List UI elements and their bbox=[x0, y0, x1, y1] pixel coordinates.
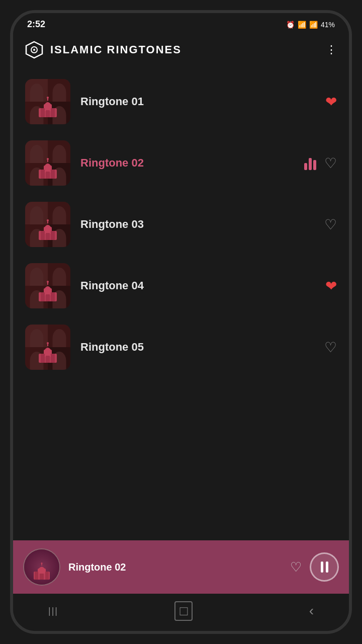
svg-rect-35 bbox=[46, 356, 50, 363]
svg-point-30 bbox=[47, 281, 49, 283]
svg-rect-13 bbox=[51, 170, 55, 179]
more-menu-button[interactable]: ⋮ bbox=[326, 43, 337, 56]
mosque-icon-4 bbox=[35, 278, 61, 304]
svg-rect-28 bbox=[46, 294, 50, 301]
svg-rect-7 bbox=[46, 110, 50, 117]
ringtone-thumbnail-4 bbox=[25, 263, 70, 308]
ringtone-thumbnail-1 bbox=[25, 79, 70, 124]
ringtone-item-2[interactable]: Ringtone 02 ♡ bbox=[13, 132, 349, 194]
ringtone-item-1[interactable]: Ringtone 01 ❤ bbox=[13, 71, 349, 132]
svg-point-44 bbox=[41, 562, 43, 564]
status-time: 2:52 bbox=[27, 19, 45, 30]
favorite-button-5[interactable]: ♡ bbox=[324, 339, 337, 356]
svg-point-23 bbox=[47, 219, 49, 221]
svg-rect-19 bbox=[41, 231, 45, 240]
ringtone-actions-3: ♡ bbox=[324, 216, 337, 233]
favorite-button-3[interactable]: ♡ bbox=[324, 216, 337, 233]
nav-home-button[interactable]: □ bbox=[174, 601, 193, 621]
svg-rect-12 bbox=[41, 170, 45, 179]
ringtone-actions-4: ❤ bbox=[325, 278, 337, 294]
svg-rect-42 bbox=[40, 574, 44, 580]
svg-rect-33 bbox=[41, 354, 45, 363]
svg-rect-25 bbox=[44, 288, 52, 295]
svg-rect-5 bbox=[41, 108, 45, 117]
ringtone-thumbnail-2 bbox=[25, 140, 70, 186]
ringtone-name-3: Ringtone 03 bbox=[80, 218, 324, 231]
status-bar: 2:52 ⏰ 📶 📶 41% bbox=[13, 13, 349, 34]
svg-rect-21 bbox=[46, 233, 50, 240]
ringtone-name-4: Ringtone 04 bbox=[80, 279, 325, 292]
now-playing-avatar bbox=[23, 548, 60, 586]
favorite-button-4[interactable]: ❤ bbox=[325, 278, 337, 294]
ringtone-list: Ringtone 01 ❤ bbox=[13, 66, 349, 540]
ringtone-actions-2: ♡ bbox=[304, 155, 337, 172]
pause-icon bbox=[321, 561, 328, 573]
phone-frame: 2:52 ⏰ 📶 📶 41% ISLAMIC RINGTONES ⋮ bbox=[10, 10, 352, 634]
svg-point-37 bbox=[47, 342, 49, 344]
now-playing-mosque-icon bbox=[32, 561, 52, 582]
bottom-navigation: ||| □ ‹ bbox=[13, 594, 349, 631]
svg-point-9 bbox=[47, 97, 49, 99]
ringtone-item-5[interactable]: Ringtone 05 ♡ bbox=[13, 316, 349, 378]
ringtone-item-4[interactable]: Ringtone 04 ❤ bbox=[13, 255, 349, 316]
ringtone-name-2: Ringtone 02 bbox=[80, 156, 304, 170]
app-title: ISLAMIC RINGTONES bbox=[50, 43, 182, 56]
bar-2 bbox=[309, 158, 312, 170]
ringtone-actions-1: ❤ bbox=[325, 94, 337, 110]
pause-button[interactable] bbox=[310, 552, 339, 582]
svg-rect-34 bbox=[51, 354, 55, 363]
app-header: ISLAMIC RINGTONES ⋮ bbox=[13, 34, 349, 66]
ringtone-item-3[interactable]: Ringtone 03 ♡ bbox=[13, 194, 349, 255]
playing-bars bbox=[304, 156, 316, 170]
mosque-icon-1 bbox=[35, 94, 61, 120]
mosque-icon-2 bbox=[35, 155, 61, 182]
now-playing-favorite-button[interactable]: ♡ bbox=[290, 559, 302, 575]
favorite-button-1[interactable]: ❤ bbox=[325, 94, 337, 110]
svg-rect-20 bbox=[51, 231, 55, 240]
svg-rect-18 bbox=[44, 227, 52, 234]
ringtone-thumbnail-5 bbox=[25, 325, 70, 370]
svg-rect-4 bbox=[44, 104, 52, 111]
svg-rect-27 bbox=[51, 292, 55, 301]
ringtone-name-1: Ringtone 01 bbox=[80, 95, 325, 108]
bar-1 bbox=[304, 163, 307, 170]
svg-rect-26 bbox=[41, 292, 45, 301]
svg-rect-11 bbox=[44, 166, 52, 173]
svg-point-16 bbox=[47, 158, 49, 160]
svg-rect-41 bbox=[45, 572, 49, 580]
mosque-icon-3 bbox=[35, 217, 61, 243]
favorite-button-2[interactable]: ♡ bbox=[324, 155, 337, 172]
signal-icon: 📶 bbox=[309, 21, 318, 29]
ringtone-name-5: Ringtone 05 bbox=[80, 341, 324, 354]
header-left: ISLAMIC RINGTONES bbox=[25, 41, 182, 59]
now-playing-bar: Ringtone 02 ♡ bbox=[13, 540, 349, 594]
nav-back-button[interactable]: ‹ bbox=[304, 601, 319, 621]
ringtone-actions-5: ♡ bbox=[324, 339, 337, 356]
svg-rect-14 bbox=[46, 172, 50, 179]
ringtone-thumbnail-3 bbox=[25, 202, 70, 247]
battery-text: 41% bbox=[321, 21, 335, 29]
svg-rect-32 bbox=[44, 350, 52, 357]
mosque-icon-5 bbox=[35, 340, 61, 366]
nav-menu-button[interactable]: ||| bbox=[43, 604, 63, 618]
svg-rect-39 bbox=[38, 569, 46, 574]
status-icons: ⏰ 📶 📶 41% bbox=[286, 21, 335, 29]
now-playing-title: Ringtone 02 bbox=[68, 561, 282, 573]
app-logo-icon bbox=[25, 41, 43, 59]
bar-3 bbox=[313, 160, 316, 170]
svg-point-2 bbox=[33, 49, 35, 51]
alarm-icon: ⏰ bbox=[286, 21, 295, 29]
wifi-icon: 📶 bbox=[298, 21, 306, 29]
svg-rect-6 bbox=[51, 108, 55, 117]
svg-rect-40 bbox=[35, 572, 38, 580]
